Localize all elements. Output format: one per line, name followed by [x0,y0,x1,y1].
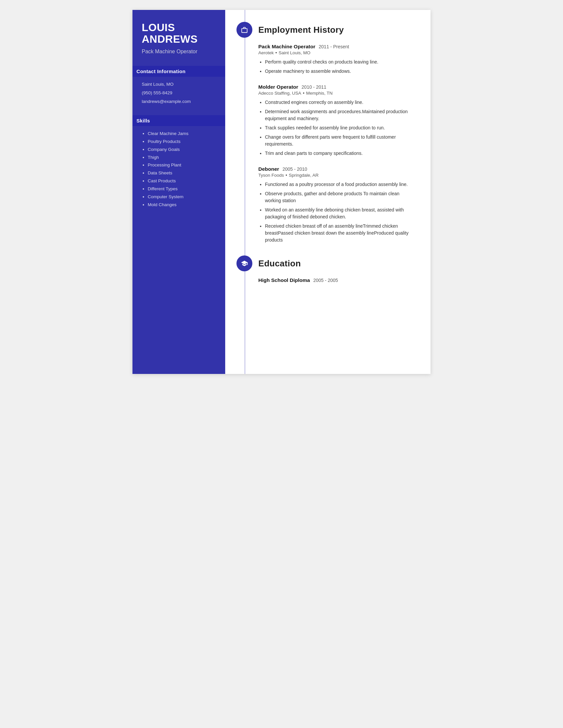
job-dates: 2010 - 2011 [302,84,327,90]
sidebar: LOUIS ANDREWS Pack Machine Operator Cont… [132,10,225,374]
job-bullet: Trim and clean parts to company specific… [265,150,416,157]
edu-block: High School Diploma2005 - 2005 [225,277,416,283]
contact-phone: (950) 555-8429 [142,90,216,96]
main-content: Employment History Pack Machine Operator… [225,10,431,374]
job-title: Molder Operator [258,84,299,90]
employment-section-title: Employment History [258,25,344,35]
job-company-row: Tyson Foods•Springdale, AR [258,173,416,178]
briefcase-icon [236,22,252,38]
skill-item: Company Goals [148,147,216,153]
graduation-icon [236,255,252,271]
job-bullet: Constructed engines correctly on assembl… [265,99,416,106]
contact-location: Saint Louis, MO [142,81,216,88]
contact-section-header: Contact Information [132,66,225,77]
job-bullet: Track supplies needed for assembly line … [265,124,416,131]
skills-list: Clear Machine JamsPoultry ProductsCompan… [142,131,216,208]
job-block: Molder Operator2010 - 2011Adecco Staffin… [225,84,416,157]
education-header-row: Education [225,255,416,271]
job-block: Pack Machine Operator2011 - PresentAerot… [225,44,416,75]
edu-degree: High School Diploma [258,277,310,283]
education-section-title: Education [258,258,301,269]
job-title: Pack Machine Operator [258,44,315,50]
edu-container: High School Diploma2005 - 2005 [225,277,416,283]
jobs-container: Pack Machine Operator2011 - PresentAerot… [225,44,416,244]
job-company-row: Adecco Staffing, USA•Memphis, TN [258,91,416,96]
skill-item: Processing Plant [148,162,216,168]
job-bullet: Change overs for different parts were fr… [265,134,416,148]
job-bullet: Operate machinery to assemble windows. [265,68,416,75]
skill-item: Different Types [148,186,216,192]
candidate-name: LOUIS ANDREWS [142,22,216,45]
skill-item: Mold Changes [148,202,216,208]
education-section: Education High School Diploma2005 - 2005 [225,255,416,283]
skill-item: Cast Products [148,178,216,184]
employment-header-row: Employment History [225,22,416,38]
resume-container: LOUIS ANDREWS Pack Machine Operator Cont… [132,10,431,374]
job-title-row: Molder Operator2010 - 2011 [258,84,416,90]
job-block: Deboner2005 - 2010Tyson Foods•Springdale… [225,166,416,244]
job-bullet: Worked on an assembly line deboning chic… [265,206,416,220]
skill-item: Clear Machine Jams [148,131,216,137]
skills-section-header: Skills [132,115,225,126]
job-dates: 2005 - 2010 [283,166,307,172]
job-dates: 2011 - Present [319,44,349,49]
job-bullets: Functioned as a poultry processor of a f… [258,181,416,244]
contact-email: landrews@example.com [142,99,216,105]
employment-section: Employment History Pack Machine Operator… [225,22,416,244]
job-bullet: Determined work assignments and procedur… [265,108,416,122]
contact-section: Contact Information Saint Louis, MO (950… [142,66,216,107]
edu-dates: 2005 - 2005 [313,278,338,283]
candidate-title: Pack Machine Operator [142,48,216,55]
job-bullets: Perform quality control checks on produc… [258,59,416,75]
job-bullet: Observe products, gather and debone prod… [265,190,416,204]
job-company-row: Aerotek•Saint Louis, MO [258,50,416,55]
job-bullet: Functioned as a poultry processor of a f… [265,181,416,188]
job-bullets: Constructed engines correctly on assembl… [258,99,416,157]
skills-section: Skills Clear Machine JamsPoultry Product… [142,115,216,210]
job-title-row: Pack Machine Operator2011 - Present [258,44,416,50]
skill-item: Thigh [148,155,216,161]
job-bullet: Perform quality control checks on produc… [265,59,416,66]
job-title: Deboner [258,166,279,172]
job-bullet: Received chicken breast off of an assemb… [265,223,416,244]
skill-item: Data Sheets [148,170,216,176]
skill-item: Poultry Products [148,139,216,145]
edu-title-row: High School Diploma2005 - 2005 [258,277,416,283]
skill-item: Computer System [148,194,216,200]
job-title-row: Deboner2005 - 2010 [258,166,416,172]
